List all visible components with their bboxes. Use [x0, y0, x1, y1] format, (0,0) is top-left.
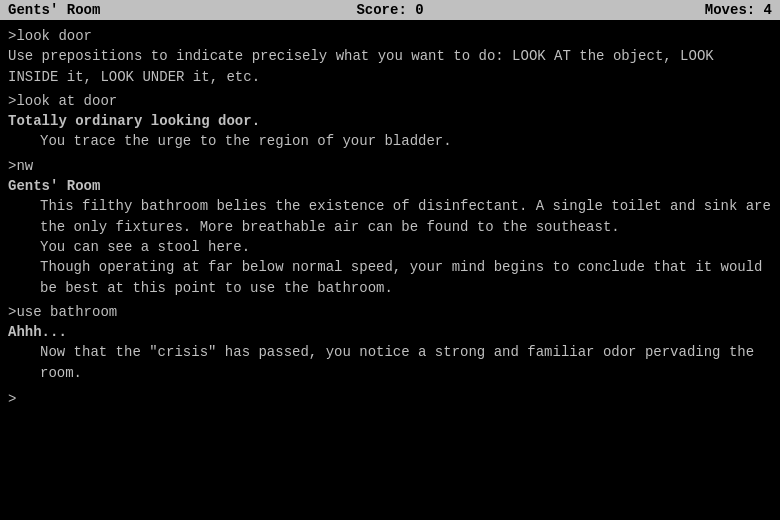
- game-content: >look doorUse prepositions to indicate p…: [0, 20, 780, 415]
- command-line: >look at door: [8, 91, 772, 111]
- bold-text: Ahhh...: [8, 322, 772, 342]
- command-line: >look door: [8, 26, 772, 46]
- command-line: >nw: [8, 156, 772, 176]
- indented-text: Though operating at far below normal spe…: [8, 257, 772, 298]
- score-label: Score: 0: [263, 2, 518, 18]
- location-label: Gents' Room: [8, 2, 263, 18]
- moves-label: Moves: 4: [517, 2, 772, 18]
- input-prompt[interactable]: >: [8, 389, 772, 409]
- command-line: >use bathroom: [8, 302, 772, 322]
- indented-text: Now that the "crisis" has passed, you no…: [8, 342, 772, 383]
- indented-text: You trace the urge to the region of your…: [8, 131, 772, 151]
- indented-text: This filthy bathroom belies the existenc…: [8, 196, 772, 237]
- game-text: Use prepositions to indicate precisely w…: [8, 46, 772, 87]
- bold-text: Gents' Room: [8, 176, 772, 196]
- bold-text: Totally ordinary looking door.: [8, 111, 772, 131]
- game-header: Gents' Room Score: 0 Moves: 4: [0, 0, 780, 20]
- indented-text: You can see a stool here.: [8, 237, 772, 257]
